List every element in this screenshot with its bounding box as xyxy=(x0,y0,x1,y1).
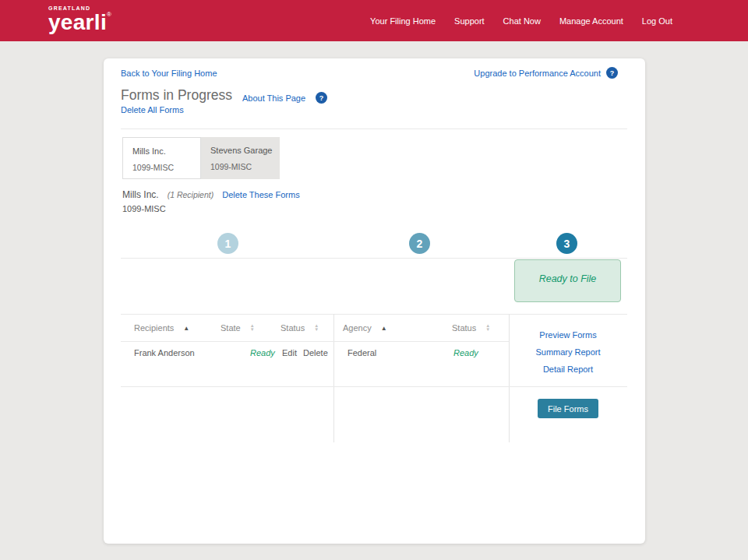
recipient-name: Frank Anderson xyxy=(134,348,195,357)
nav-log-out[interactable]: Log Out xyxy=(642,16,672,26)
preview-forms-link[interactable]: Preview Forms xyxy=(509,330,627,340)
column-divider xyxy=(333,314,334,442)
recipient-status: Ready xyxy=(250,348,275,357)
summary-report-link[interactable]: Summary Report xyxy=(509,347,627,357)
delete-these-forms-link[interactable]: Delete These Forms xyxy=(222,190,299,199)
nav-your-filing-home[interactable]: Your Filing Home xyxy=(370,16,436,26)
sort-icon: ▲ ▼ xyxy=(314,324,319,332)
row-divider xyxy=(121,386,627,387)
back-to-filing-home-link[interactable]: Back to Your Filing Home xyxy=(121,69,217,78)
tab-mills-inc[interactable]: Mills Inc. 1099-MISC xyxy=(122,137,201,179)
edit-recipient-link[interactable]: Edit xyxy=(282,348,297,357)
sort-asc-icon: ▲ xyxy=(183,325,189,332)
column-label: Recipients xyxy=(134,323,174,333)
delete-all-forms-link[interactable]: Delete All Forms xyxy=(121,105,184,114)
column-header-state[interactable]: State ▲ ▼ xyxy=(221,323,255,333)
file-forms-button[interactable]: File Forms xyxy=(538,399,598,418)
column-label: Agency xyxy=(343,323,372,333)
recipient-count: (1 Recipient) xyxy=(168,190,214,199)
help-icon[interactable]: ? xyxy=(606,67,618,79)
upgrade-row: Upgrade to Performance Account ? xyxy=(474,67,618,79)
column-label: Status xyxy=(280,323,305,333)
brand-yearli-label: yearli xyxy=(48,10,107,34)
divider xyxy=(121,258,627,259)
registered-mark: ® xyxy=(107,11,111,18)
column-label: Status xyxy=(452,323,476,333)
tab-stevens-garage[interactable]: Stevens Garage 1099-MISC xyxy=(201,137,280,179)
forms-in-progress-card: Back to Your Filing Home Upgrade to Perf… xyxy=(104,58,645,544)
sort-asc-icon: ▲ xyxy=(381,325,387,332)
sort-icon: ▲ ▼ xyxy=(485,324,490,332)
column-header-recipients[interactable]: Recipients ▲ xyxy=(134,323,189,333)
ready-to-file-banner: Ready to File xyxy=(514,259,621,302)
column-label: State xyxy=(221,323,241,333)
header-underline xyxy=(121,341,509,342)
caret-down-icon: ▼ xyxy=(250,328,255,332)
upgrade-performance-link[interactable]: Upgrade to Performance Account xyxy=(474,69,601,78)
company-name: Mills Inc. xyxy=(122,189,159,200)
tab-form-label: 1099-MISC xyxy=(210,162,280,171)
top-nav: Your Filing Home Support Chat Now Manage… xyxy=(370,0,672,41)
step-1-badge: 1 xyxy=(217,233,238,254)
sort-icon: ▲ ▼ xyxy=(250,324,255,332)
form-type-label: 1099-MISC xyxy=(122,204,166,213)
tab-company-label: Mills Inc. xyxy=(132,146,200,156)
payer-tabs: Mills Inc. 1099-MISC Stevens Garage 1099… xyxy=(122,137,280,179)
about-this-page-link[interactable]: About This Page xyxy=(242,93,305,103)
delete-recipient-link[interactable]: Delete xyxy=(303,348,328,357)
column-header-agency-status[interactable]: Status ▲ ▼ xyxy=(452,323,490,333)
help-icon[interactable]: ? xyxy=(316,92,327,104)
nav-chat-now[interactable]: Chat Now xyxy=(503,16,541,26)
top-header: GREATLAND yearli® Your Filing Home Suppo… xyxy=(0,0,748,41)
agency-name: Federal xyxy=(348,348,376,357)
step-2-badge: 2 xyxy=(409,233,430,254)
tab-company-label: Stevens Garage xyxy=(210,146,280,155)
nav-manage-account[interactable]: Manage Account xyxy=(559,16,623,26)
divider xyxy=(121,129,627,129)
column-header-status[interactable]: Status ▲ ▼ xyxy=(280,323,319,333)
selected-company-row: Mills Inc. (1 Recipient) Delete These Fo… xyxy=(122,189,300,200)
caret-down-icon: ▼ xyxy=(314,328,319,332)
title-row: Forms in Progress About This Page ? xyxy=(121,86,327,104)
agency-status: Ready xyxy=(453,348,478,357)
column-header-agency[interactable]: Agency ▲ xyxy=(343,323,387,333)
caret-down-icon: ▼ xyxy=(485,328,490,332)
table-top-border xyxy=(121,314,627,315)
step-3-badge: 3 xyxy=(556,233,577,254)
nav-support[interactable]: Support xyxy=(454,16,485,26)
yearli-logo[interactable]: GREATLAND yearli® xyxy=(48,5,111,33)
tab-form-label: 1099-MISC xyxy=(132,163,200,172)
page-title: Forms in Progress xyxy=(121,87,232,104)
detail-report-link[interactable]: Detail Report xyxy=(509,365,627,374)
